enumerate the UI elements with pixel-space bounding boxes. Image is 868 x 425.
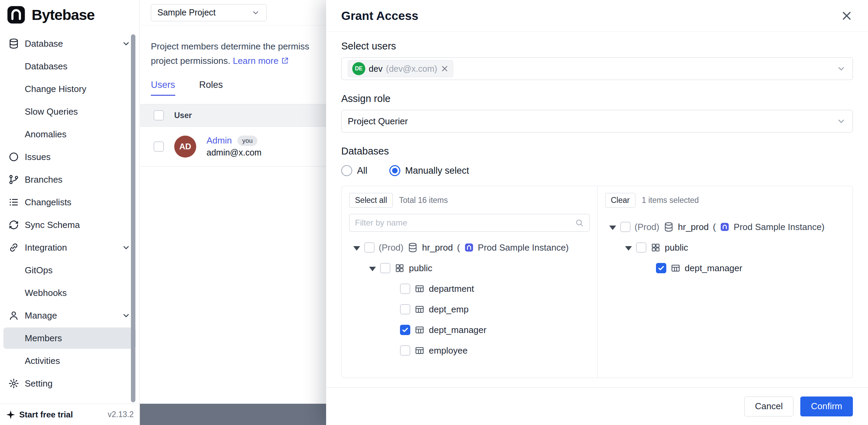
radio-manually-select[interactable]: Manually select bbox=[389, 165, 469, 176]
issues-icon bbox=[8, 151, 19, 162]
checkbox[interactable] bbox=[400, 345, 410, 356]
tree-node-department[interactable]: department bbox=[349, 278, 590, 299]
schema-icon bbox=[650, 242, 661, 253]
source-tree: (Prod)hr_prod(Prod Sample Instance)publi… bbox=[349, 237, 590, 361]
transfer-source-panel: Select all Total 16 items (Prod)hr_prod(… bbox=[342, 186, 597, 378]
sidebar-item-sync-schema[interactable]: Sync Schema bbox=[3, 214, 136, 236]
table-icon bbox=[670, 263, 681, 273]
app-logo[interactable]: Bytebase bbox=[0, 0, 139, 30]
search-icon bbox=[575, 218, 584, 227]
sidebar-item-label: Integration bbox=[25, 242, 67, 253]
tree-node-public[interactable]: public bbox=[349, 258, 590, 278]
sidebar-item-branches[interactable]: Branches bbox=[3, 169, 136, 190]
instance-name: Prod Sample Instance) bbox=[734, 222, 824, 232]
close-icon[interactable] bbox=[841, 10, 853, 22]
expand-caret[interactable] bbox=[609, 226, 616, 230]
tree-node-hr_prod[interactable]: (Prod)hr_prod(Prod Sample Instance) bbox=[605, 217, 845, 237]
sidebar-item-slow-queries[interactable]: Slow Queries bbox=[3, 101, 136, 122]
sidebar-item-label: Databases bbox=[25, 61, 67, 72]
node-name: public bbox=[409, 263, 432, 274]
checkbox[interactable] bbox=[400, 304, 410, 314]
tree-node-employee[interactable]: employee bbox=[349, 340, 590, 361]
cancel-button[interactable]: Cancel bbox=[744, 397, 793, 416]
database-transfer: Select all Total 16 items (Prod)hr_prod(… bbox=[341, 186, 853, 378]
sidebar-item-database[interactable]: Database bbox=[3, 33, 136, 54]
you-badge: you bbox=[237, 136, 258, 146]
remove-user-icon[interactable] bbox=[441, 65, 449, 73]
expand-caret[interactable] bbox=[369, 267, 376, 271]
node-name: dept_manager bbox=[685, 263, 743, 274]
radio-circle-checked bbox=[389, 165, 400, 176]
project-selector-value: Sample Project bbox=[157, 8, 216, 18]
clear-button[interactable]: Clear bbox=[605, 193, 636, 208]
sync-icon bbox=[8, 219, 19, 230]
node-name: dept_manager bbox=[429, 325, 487, 335]
checkbox[interactable] bbox=[620, 222, 631, 232]
sidebar-item-webhooks[interactable]: Webhooks bbox=[3, 282, 136, 303]
chevron-down-icon bbox=[121, 39, 131, 48]
tree-node-public[interactable]: public bbox=[605, 237, 845, 258]
node-name: hr_prod bbox=[678, 222, 709, 232]
sidebar-item-changelists[interactable]: Changelists bbox=[3, 192, 136, 213]
sidebar-item-label: Database bbox=[25, 38, 63, 49]
sidebar-item-databases[interactable]: Databases bbox=[3, 56, 136, 77]
sidebar-item-members[interactable]: Members bbox=[3, 328, 136, 349]
environment-label: (Prod) bbox=[635, 222, 659, 232]
tab-roles[interactable]: Roles bbox=[199, 80, 223, 96]
databases-label: Databases bbox=[341, 146, 853, 157]
tree-node-dept_manager[interactable]: dept_manager bbox=[349, 320, 590, 340]
filter-input[interactable] bbox=[355, 218, 571, 228]
radio-all[interactable]: All bbox=[341, 165, 367, 176]
tree-node-hr_prod[interactable]: (Prod)hr_prod(Prod Sample Instance) bbox=[349, 237, 590, 258]
sidebar-item-setting[interactable]: Setting bbox=[3, 373, 136, 394]
row-checkbox[interactable] bbox=[154, 141, 164, 152]
sidebar-item-anomalies[interactable]: Anomalies bbox=[3, 124, 136, 145]
database-icon bbox=[408, 242, 418, 253]
environment-label: (Prod) bbox=[379, 242, 403, 253]
sidebar-item-gitops[interactable]: GitOps bbox=[3, 260, 136, 281]
tab-users[interactable]: Users bbox=[151, 80, 175, 96]
checkbox[interactable] bbox=[636, 242, 646, 253]
version-label: v2.13.2 bbox=[108, 410, 134, 419]
sidebar-item-integration[interactable]: Integration bbox=[3, 237, 136, 258]
chevron-down-icon bbox=[121, 311, 131, 320]
checkbox[interactable] bbox=[400, 284, 410, 294]
chevron-down-icon bbox=[121, 243, 131, 252]
instance-name: Prod Sample Instance) bbox=[478, 242, 569, 253]
expand-caret[interactable] bbox=[353, 246, 360, 251]
sidebar-item-change-history[interactable]: Change History bbox=[3, 78, 136, 100]
select-all-checkbox[interactable] bbox=[154, 110, 164, 120]
sidebar-item-label: GitOps bbox=[25, 265, 53, 276]
database-scope-radios: All Manually select bbox=[341, 165, 853, 176]
select-all-button[interactable]: Select all bbox=[349, 193, 393, 208]
select-users-label: Select users bbox=[341, 41, 853, 52]
sidebar-item-label: Activities bbox=[25, 356, 60, 366]
sidebar-item-issues[interactable]: Issues bbox=[3, 146, 136, 168]
checkbox[interactable] bbox=[656, 263, 666, 273]
description-line-2: project permissions. bbox=[151, 56, 230, 66]
sparkle-icon bbox=[5, 410, 16, 420]
users-select[interactable]: DE dev (dev@x.com) bbox=[341, 57, 853, 80]
expand-caret[interactable] bbox=[625, 246, 632, 251]
database-icon bbox=[664, 222, 674, 232]
confirm-button[interactable]: Confirm bbox=[800, 397, 853, 416]
database-icon bbox=[8, 38, 19, 49]
tree-node-dept_manager[interactable]: dept_manager bbox=[605, 258, 845, 278]
user-email: admin@x.com bbox=[207, 148, 261, 158]
tree-node-dept_emp[interactable]: dept_emp bbox=[349, 299, 590, 320]
sidebar-item-manage[interactable]: Manage bbox=[3, 305, 136, 326]
user-name-link[interactable]: Admin bbox=[207, 135, 232, 146]
role-select[interactable]: Project Querier bbox=[341, 110, 853, 133]
checkbox[interactable] bbox=[380, 263, 390, 273]
sidebar-scrollbar[interactable] bbox=[131, 34, 135, 402]
sidebar-item-label: Members bbox=[25, 333, 62, 344]
checkbox[interactable] bbox=[364, 242, 375, 253]
filter-field[interactable] bbox=[349, 214, 590, 232]
project-selector[interactable]: Sample Project bbox=[151, 4, 267, 21]
checkbox[interactable] bbox=[400, 325, 410, 335]
node-name: dept_emp bbox=[429, 304, 469, 315]
start-free-trial-link[interactable]: Start free trial bbox=[19, 410, 73, 420]
integration-icon bbox=[8, 242, 19, 253]
learn-more-link[interactable]: Learn more bbox=[233, 54, 289, 68]
sidebar-item-activities[interactable]: Activities bbox=[3, 350, 136, 371]
